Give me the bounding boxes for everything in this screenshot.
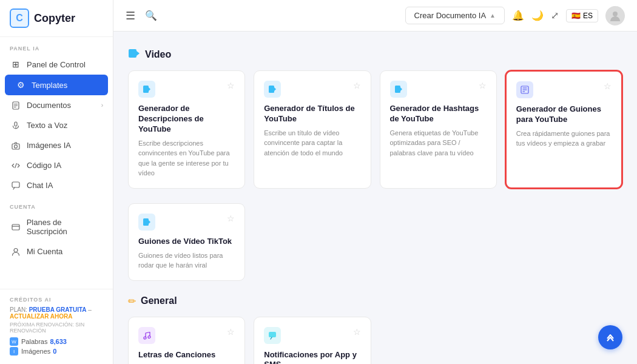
code-icon [10,161,22,170]
chat-icon [10,181,22,190]
words-label: Palabras [21,338,47,345]
card-title: Generador de Títulos de YouTube [264,104,360,124]
sidebar-item-label: Documentos [27,101,71,110]
flag-icon: 🇪🇸 [571,12,581,20]
card-top: ☆ [264,327,360,344]
card-desc: Guiones de vídeo listos para rodar que l… [138,251,235,271]
sidebar-item-cuenta[interactable]: Mi Cuenta [0,241,113,261]
star-icon[interactable]: ☆ [353,327,361,337]
svg-rect-20 [395,86,400,93]
plan-upgrade[interactable]: ACTUALIZAR AHORA [10,313,73,320]
lang-code: ES [583,12,593,20]
svg-rect-26 [143,218,149,226]
general-section-icon: ✏ [128,295,136,307]
card-guiones-tiktok[interactable]: ☆ Guiones de Vídeo TikTok Guiones de víd… [128,203,245,281]
subscription-icon [10,223,22,231]
card-desc: Escribe descripciones convincentes en Yo… [138,138,235,178]
sidebar-item-chat[interactable]: Chat IA [0,175,113,195]
card-title: Letras de Canciones [138,350,235,360]
card-notificaciones[interactable]: ☆ Notificaciones por App y SMS Mensajes … [254,317,371,364]
expand-icon[interactable]: ⤢ [551,10,559,21]
svg-point-12 [14,248,18,252]
images-label: Imágenes [21,348,50,355]
card-titulo-yt[interactable]: ☆ Generador de Títulos de YouTube Escrib… [254,70,371,189]
star-icon[interactable]: ☆ [604,81,612,91]
moon-icon[interactable]: 🌙 [531,10,544,21]
create-doc-label: Crear Documento IA [414,11,487,20]
card-title: Guiones de Vídeo TikTok [138,237,235,247]
words-value: 8,633 [50,338,67,345]
video-card-icon [138,81,155,98]
sidebar-item-label: Planes de Suscripción [27,218,103,236]
card-title: Generador de Guiones para YouTube [516,104,612,125]
search-icon[interactable]: 🔍 [145,10,157,21]
plan-free[interactable]: PRUEBA GRATUITA [29,306,87,313]
chevron-right-icon: › [101,102,103,109]
star-icon[interactable]: ☆ [227,327,235,337]
words-icon: W [10,337,18,346]
scroll-top-button[interactable] [598,325,622,349]
star-icon[interactable]: ☆ [227,81,235,90]
language-selector[interactable]: 🇪🇸 ES [566,9,598,22]
svg-line-8 [15,163,17,168]
card-hashtags-yt[interactable]: ☆ Generador de Hashtags de YouTube Gener… [380,70,497,189]
sidebar-item-documentos[interactable]: Documentos › [0,95,113,115]
sidebar-item-imagenes[interactable]: Imágenes IA [0,135,113,155]
sidebar-item-planes[interactable]: Planes de Suscripción [0,212,113,241]
sidebar-item-panel[interactable]: ⊞ Panel de Control [0,54,113,75]
card-top: ☆ [138,81,235,98]
card-desc: Escribe un título de vídeo convincente p… [264,128,360,158]
plan-info: PLAN: PRUEBA GRATUITA – ACTUALIZAR AHORA [10,306,103,320]
credits-label: CRÉDITOS AI [10,297,103,303]
video-card-icon [138,214,155,231]
card-top: ☆ [264,81,360,98]
svg-rect-16 [143,86,149,93]
star-icon[interactable]: ☆ [479,81,487,90]
video-card-icon [264,81,281,98]
svg-rect-6 [12,144,19,149]
svg-point-29 [148,335,150,338]
svg-marker-17 [149,87,150,91]
card-guiones-yt[interactable]: ☆ Generador de Guiones para YouTube Crea… [505,70,622,189]
card-top: ☆ [390,81,487,98]
video-section-icon [128,49,140,61]
card-letras[interactable]: ☆ Letras de Canciones Generar una letra … [128,317,245,364]
svg-rect-14 [129,49,136,58]
sidebar-item-templates[interactable]: ⚙ Templates [5,75,108,95]
user-avatar[interactable] [605,6,625,25]
words-credit-row: W Palabras 8,633 [10,337,103,346]
plan-label: PLAN: [10,306,27,313]
video-cards-grid: ☆ Generador de Descripciones de YouTube … [128,70,622,189]
video-section-title: Video [145,49,171,60]
sidebar-item-label: Código IA [27,161,61,170]
create-doc-button[interactable]: Crear Documento IA ▲ [405,7,505,24]
topbar-actions: Crear Documento IA ▲ 🔔 🌙 ⤢ 🇪🇸 ES [405,6,625,25]
sidebar-item-label: Texto a Voz [27,121,67,130]
sidebar-item-codigo[interactable]: Código IA [0,155,113,175]
card-title: Generador de Descripciones de YouTube [138,104,235,135]
topbar: ☰ 🔍 Crear Documento IA ▲ 🔔 🌙 ⤢ 🇪🇸 ES [113,0,637,32]
images-value: 0 [53,348,56,355]
svg-marker-19 [274,87,276,91]
card-desc-yt[interactable]: ☆ Generador de Descripciones de YouTube … [128,70,245,189]
card-top: ☆ [138,214,235,231]
hamburger-icon[interactable]: ☰ [126,9,135,22]
renewal-text: PRÓXIMA RENOVACIÓN: SIN RENOVACIÓN [10,322,103,334]
svg-marker-27 [149,220,150,224]
svg-marker-21 [400,87,402,91]
logo-icon: C [10,8,29,28]
chat-card-icon [264,327,281,344]
sidebar-item-texto[interactable]: Texto a Voz [0,115,113,135]
video-card-icon [390,81,407,98]
star-icon[interactable]: ☆ [227,214,235,223]
bell-icon[interactable]: 🔔 [512,10,524,21]
document-icon [10,101,22,110]
svg-point-13 [613,12,618,16]
svg-point-7 [15,145,18,148]
video-section-header: Video [128,49,622,61]
svg-rect-18 [269,86,274,93]
star-icon[interactable]: ☆ [353,81,361,90]
card-desc: Genera etiquetas de YouTube optimizadas … [390,128,487,158]
svg-rect-10 [12,224,19,230]
main-area: ☰ 🔍 Crear Documento IA ▲ 🔔 🌙 ⤢ 🇪🇸 ES [113,0,637,364]
